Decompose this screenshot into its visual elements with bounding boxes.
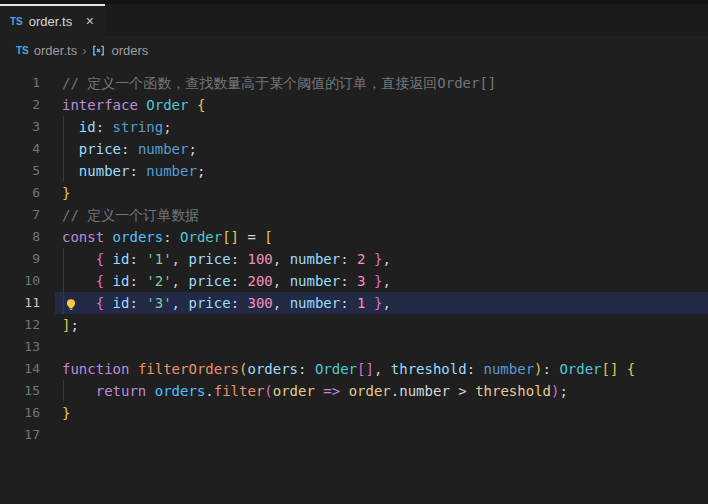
line-number: 4	[0, 138, 40, 160]
breadcrumb-symbol[interactable]: orders	[111, 43, 148, 58]
breadcrumb-file[interactable]: order.ts	[34, 43, 77, 58]
line-number: 17	[0, 424, 40, 446]
line-number: 7	[0, 204, 40, 226]
breadcrumb: TS order.ts › orders	[0, 36, 708, 64]
symbol-variable-icon	[91, 43, 106, 58]
line-number: 16	[0, 402, 40, 424]
typescript-file-icon: TS	[16, 45, 29, 56]
code-line-text: ];	[40, 314, 79, 336]
code-line-text: }	[40, 182, 70, 204]
code-line[interactable]: 5 number: number;	[0, 160, 708, 182]
code-line[interactable]: 9 { id: '1', price: 100, number: 2 },	[0, 248, 708, 270]
code-line[interactable]: 7// 定义一个订单数据	[0, 204, 708, 226]
code-line[interactable]: 11 { id: '3', price: 300, number: 1 },	[0, 292, 708, 314]
code-editor[interactable]: 1// 定义一个函数，查找数量高于某个阈值的订单，直接返回Order[]2int…	[0, 64, 708, 446]
tab-bar: TS order.ts ×	[0, 0, 708, 36]
line-number: 5	[0, 160, 40, 182]
code-line-text: function filterOrders(orders: Order[], t…	[40, 358, 635, 380]
code-line-text: id: string;	[40, 116, 172, 138]
code-line[interactable]: 8const orders: Order[] = [	[0, 226, 708, 248]
code-line-text: { id: '3', price: 300, number: 1 },	[40, 292, 391, 314]
line-number: 2	[0, 94, 40, 116]
line-number: 13	[0, 336, 40, 358]
line-number: 8	[0, 226, 40, 248]
code-line-text: price: number;	[40, 138, 197, 160]
code-line-text	[40, 336, 62, 358]
code-line[interactable]: 14function filterOrders(orders: Order[],…	[0, 358, 708, 380]
line-number: 11	[0, 292, 40, 314]
code-line-text: { id: '2', price: 200, number: 3 },	[40, 270, 391, 292]
code-line-text: }	[40, 402, 70, 424]
line-number: 12	[0, 314, 40, 336]
tab-label: order.ts	[29, 14, 77, 29]
line-number: 15	[0, 380, 40, 402]
line-number: 10	[0, 270, 40, 292]
close-tab-icon[interactable]: ×	[83, 13, 97, 29]
code-line[interactable]: 1// 定义一个函数，查找数量高于某个阈值的订单，直接返回Order[]	[0, 72, 708, 94]
quick-fix-lightbulb-icon[interactable]	[64, 296, 78, 310]
tab-order-ts[interactable]: TS order.ts ×	[0, 4, 105, 36]
code-line[interactable]: 13	[0, 336, 708, 358]
code-line-text: const orders: Order[] = [	[40, 226, 273, 248]
line-number: 6	[0, 182, 40, 204]
line-number: 3	[0, 116, 40, 138]
code-line[interactable]: 4 price: number;	[0, 138, 708, 160]
code-line[interactable]: 17	[0, 424, 708, 446]
code-line[interactable]: 16}	[0, 402, 708, 424]
tabs-row: TS order.ts ×	[0, 4, 708, 36]
line-number: 1	[0, 72, 40, 94]
code-line-text: // 定义一个函数，查找数量高于某个阈值的订单，直接返回Order[]	[40, 72, 496, 94]
chevron-right-icon: ›	[82, 43, 86, 58]
line-number: 14	[0, 358, 40, 380]
code-line-text: // 定义一个订单数据	[40, 204, 199, 226]
code-line[interactable]: 3 id: string;	[0, 116, 708, 138]
code-line-text: interface Order {	[40, 94, 205, 116]
code-line-text: return orders.filter(order => order.numb…	[40, 380, 568, 402]
line-number: 9	[0, 248, 40, 270]
typescript-file-icon: TS	[10, 16, 23, 27]
code-line[interactable]: 10 { id: '2', price: 200, number: 3 },	[0, 270, 708, 292]
code-line[interactable]: 6}	[0, 182, 708, 204]
code-line[interactable]: 2interface Order {	[0, 94, 708, 116]
code-line[interactable]: 15 return orders.filter(order => order.n…	[0, 380, 708, 402]
code-line-text: { id: '1', price: 100, number: 2 },	[40, 248, 391, 270]
code-line-text	[40, 424, 62, 446]
code-line[interactable]: 12];	[0, 314, 708, 336]
code-line-text: number: number;	[40, 160, 205, 182]
